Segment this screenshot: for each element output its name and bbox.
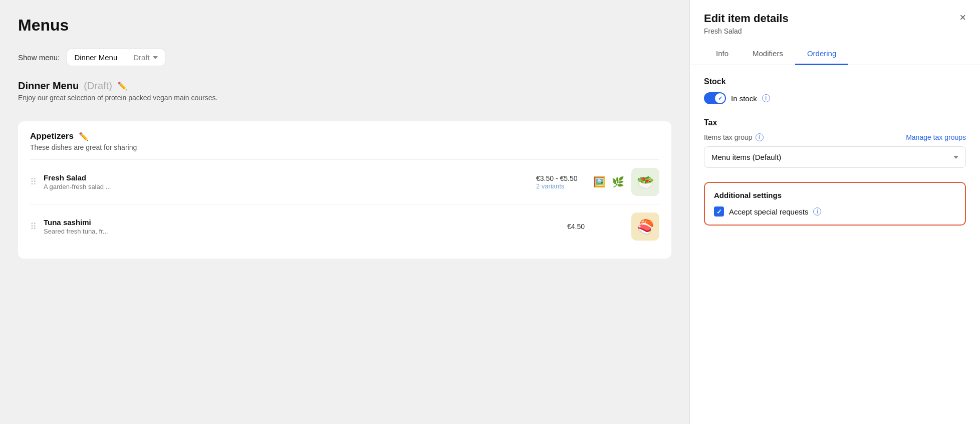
stock-row: ✓ In stock i xyxy=(704,92,966,104)
dinner-menu-title: Dinner Menu (Draft) ✏️ xyxy=(18,80,671,92)
item-price-block: €3.50 - €5.50 2 variants xyxy=(536,174,586,190)
tax-section-label: Tax xyxy=(704,118,966,127)
menu-item-row: ⠿ Fresh Salad A garden-fresh salad ... €… xyxy=(30,160,659,204)
manage-tax-groups-link[interactable]: Manage tax groups xyxy=(906,133,966,141)
tax-row: Items tax group i Manage tax groups xyxy=(704,133,966,141)
in-stock-toggle[interactable]: ✓ xyxy=(704,92,726,104)
item-image-tuna: 🍣 xyxy=(631,213,659,241)
drag-handle-icon[interactable]: ⠿ xyxy=(30,176,37,187)
show-menu-label: Show menu: xyxy=(18,53,60,62)
chevron-down-icon xyxy=(953,156,958,159)
accept-special-requests-label: Accept special requests xyxy=(729,207,808,216)
panel-title: Edit item details xyxy=(704,12,789,25)
item-name: Tuna sashimi xyxy=(44,218,560,227)
draft-label: (Draft) xyxy=(84,80,112,92)
chevron-down-icon xyxy=(153,56,158,59)
tax-section: Tax Items tax group i Manage tax groups … xyxy=(704,118,966,168)
tuna-emoji: 🍣 xyxy=(637,219,654,235)
right-panel: Edit item details × Fresh Salad Info Mod… xyxy=(689,0,980,424)
tax-group-label: Items tax group i xyxy=(704,133,764,141)
stock-info-icon[interactable]: i xyxy=(762,94,770,102)
page-title: Menus xyxy=(18,16,671,35)
salad-emoji: 🥗 xyxy=(637,174,654,190)
item-description: Seared fresh tuna, fr... xyxy=(44,228,560,235)
item-description: A garden-fresh salad ... xyxy=(44,183,529,190)
section-header: Appetizers ✏️ xyxy=(30,131,659,141)
special-requests-row: ✓ Accept special requests i xyxy=(714,206,956,217)
panel-header-top: Edit item details × xyxy=(704,12,966,25)
menu-item-row: ⠿ Tuna sashimi Seared fresh tuna, fr... … xyxy=(30,204,659,249)
drag-handle-icon[interactable]: ⠿ xyxy=(30,221,37,232)
close-button[interactable]: × xyxy=(959,12,966,23)
accept-special-requests-checkbox[interactable]: ✓ xyxy=(714,206,724,217)
item-variants: 2 variants xyxy=(536,182,586,190)
item-info: Fresh Salad A garden-fresh salad ... xyxy=(44,173,529,190)
item-price: €4.50 xyxy=(567,223,617,231)
show-menu-row: Show menu: Dinner Menu Draft xyxy=(18,49,671,66)
panel-body: Stock ✓ In stock i Tax Items tax group i… xyxy=(690,65,980,424)
tab-ordering[interactable]: Ordering xyxy=(795,43,848,65)
menu-selector-name: Dinner Menu xyxy=(74,53,117,62)
panel-header: Edit item details × Fresh Salad xyxy=(690,0,980,43)
tax-group-selected: Menu items (Default) xyxy=(711,153,781,161)
stock-label: Stock xyxy=(704,77,966,86)
section-description: These dishes are great for sharing xyxy=(30,143,659,151)
special-requests-info-icon[interactable]: i xyxy=(813,207,821,216)
no-image-icon: 🖼️ xyxy=(593,176,606,188)
section-edit-icon[interactable]: ✏️ xyxy=(79,132,89,141)
left-panel: Menus Show menu: Dinner Menu Draft Dinne… xyxy=(0,0,689,424)
tabs: Info Modifiers Ordering xyxy=(690,43,980,65)
additional-settings-title: Additional settings xyxy=(714,191,956,199)
section-title: Appetizers xyxy=(30,131,74,141)
edit-icon[interactable]: ✏️ xyxy=(117,81,127,91)
item-price: €3.50 - €5.50 xyxy=(536,174,586,182)
checkbox-check-icon: ✓ xyxy=(716,208,722,216)
tab-modifiers[interactable]: Modifiers xyxy=(741,43,795,65)
dinner-menu-header: Dinner Menu (Draft) ✏️ Enjoy our great s… xyxy=(18,80,671,102)
tax-group-dropdown[interactable]: Menu items (Default) xyxy=(704,146,966,168)
item-info: Tuna sashimi Seared fresh tuna, fr... xyxy=(44,218,560,235)
tax-info-icon[interactable]: i xyxy=(756,133,764,141)
item-price-block: €4.50 xyxy=(567,223,617,231)
toggle-check-icon: ✓ xyxy=(718,95,722,102)
item-name: Fresh Salad xyxy=(44,173,529,182)
allergen-icon: 🌿 xyxy=(612,176,624,188)
in-stock-text: In stock xyxy=(731,94,757,103)
panel-subtitle: Fresh Salad xyxy=(704,27,966,35)
divider xyxy=(18,112,671,112)
menu-selector[interactable]: Dinner Menu Draft xyxy=(67,49,165,66)
appetizers-section: Appetizers ✏️ These dishes are great for… xyxy=(18,121,671,259)
dinner-menu-description: Enjoy our great selection of protein pac… xyxy=(18,94,671,102)
additional-settings: Additional settings ✓ Accept special req… xyxy=(704,182,966,226)
toggle-knob: ✓ xyxy=(715,93,725,103)
item-image-salad: 🥗 xyxy=(631,168,659,196)
tab-info[interactable]: Info xyxy=(704,43,741,65)
menu-selector-status: Draft xyxy=(133,53,158,62)
item-icons: 🖼️ 🌿 xyxy=(593,176,624,188)
